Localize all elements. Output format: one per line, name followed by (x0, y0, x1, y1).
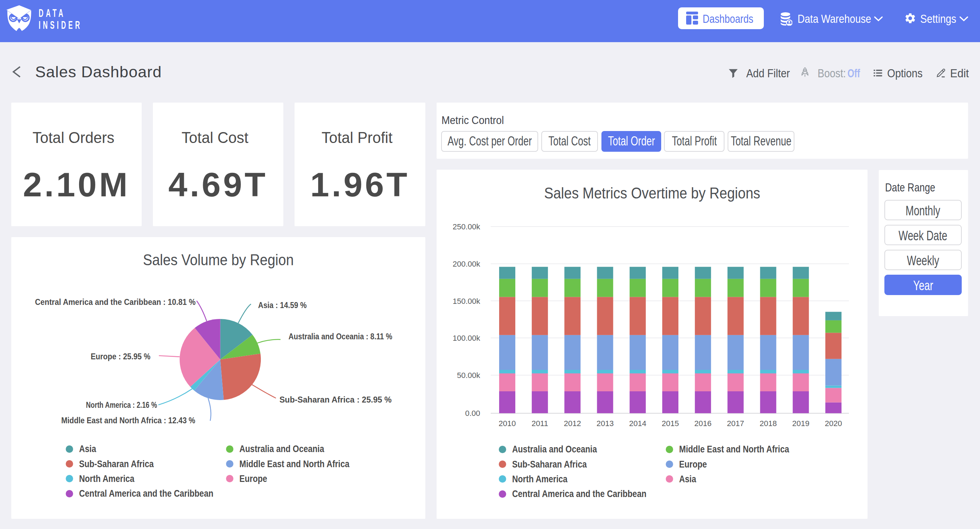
svg-text:2018: 2018 (760, 419, 777, 428)
svg-text:100.00k: 100.00k (453, 334, 480, 343)
svg-text:2011: 2011 (531, 419, 548, 428)
svg-text:Europe : 25.95 %: Europe : 25.95 % (91, 352, 150, 361)
svg-text:0.00: 0.00 (465, 409, 480, 418)
svg-text:North America : 2.16 %: North America : 2.16 % (86, 400, 157, 410)
svg-text:2016: 2016 (694, 419, 711, 428)
svg-text:2019: 2019 (792, 419, 810, 428)
svg-text:2013: 2013 (597, 419, 614, 428)
svg-text:2010: 2010 (499, 419, 516, 428)
svg-text:Australia and Oceania : 8.11 %: Australia and Oceania : 8.11 % (289, 332, 392, 341)
svg-text:2017: 2017 (727, 419, 744, 428)
svg-text:Sub-Saharan Africa : 25.95 %: Sub-Saharan Africa : 25.95 % (280, 395, 391, 404)
svg-text:2012: 2012 (564, 419, 581, 428)
svg-text:2020: 2020 (825, 419, 842, 428)
svg-text:Asia : 14.59 %: Asia : 14.59 % (258, 300, 307, 310)
svg-text:2014: 2014 (629, 419, 646, 428)
svg-text:200.00k: 200.00k (453, 260, 480, 268)
svg-text:2015: 2015 (662, 419, 679, 428)
svg-text:Middle East and North Africa :: Middle East and North Africa : 12.43 % (61, 416, 195, 425)
svg-text:50.00k: 50.00k (457, 371, 480, 380)
svg-text:Central America and the Caribb: Central America and the Caribbean : 10.8… (35, 297, 196, 307)
svg-text:250.00k: 250.00k (453, 222, 480, 231)
svg-text:150.00k: 150.00k (453, 297, 480, 306)
